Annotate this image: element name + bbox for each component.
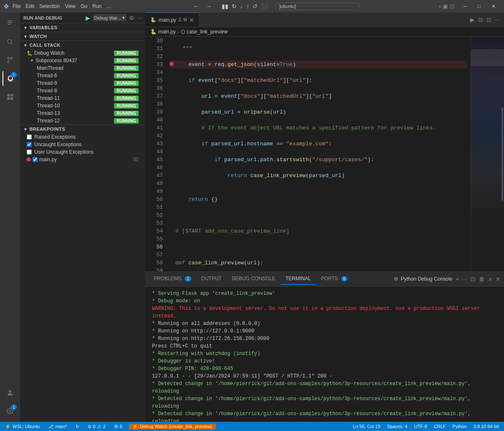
debug-step-into-icon[interactable]: ↓	[240, 3, 243, 10]
call-stack-item-debug-watch[interactable]: 🐛 Debug Watch RUNNING	[20, 49, 145, 57]
code-content[interactable]: """ event = req.get_json(silent=True) if…	[166, 37, 471, 271]
nav-back-button[interactable]: ←	[191, 2, 202, 10]
activity-settings[interactable]: 1	[3, 403, 18, 418]
terminal-label: TERMINAL	[286, 276, 311, 281]
panel-tab-output[interactable]: OUTPUT	[196, 273, 227, 285]
raised-exceptions-checkbox[interactable]	[27, 134, 32, 139]
breadcrumb-file[interactable]: main.py	[158, 29, 176, 35]
titlebar-url-input[interactable]	[276, 3, 359, 10]
nav-forward-button[interactable]: →	[203, 2, 214, 10]
ln-59: 59	[149, 267, 163, 271]
status-wsl[interactable]: ⚡ WSL: Ubuntu	[3, 424, 41, 429]
close-button[interactable]: ✕	[486, 2, 501, 11]
breadcrumb-symbol[interactable]: case_link_preview	[187, 29, 228, 35]
debug-restart-icon[interactable]: ↺	[253, 3, 258, 10]
split-editor-button[interactable]: ⊟	[477, 15, 484, 24]
menu-go[interactable]: Go	[81, 3, 87, 9]
call-stack-section: ▼ CALL STACK 🐛 Debug Watch RUNNING ▼ Sub…	[20, 41, 145, 124]
call-stack-item-mainthread[interactable]: MainThread RUNNING	[20, 64, 145, 72]
activity-explorer[interactable]	[3, 16, 18, 31]
main-py-count: 31	[133, 157, 139, 162]
call-stack-item-thread12[interactable]: Thread-12 RUNNING	[20, 117, 145, 124]
activity-source-control[interactable]	[3, 53, 18, 68]
variables-section-header[interactable]: ▼ VARIABLES	[20, 23, 145, 32]
svg-point-3	[8, 39, 12, 43]
status-sync[interactable]: ↻	[74, 424, 81, 429]
layout-icon-1[interactable]: ▪	[439, 3, 441, 10]
layout-icon-3[interactable]: ⊡	[450, 3, 455, 10]
run-split-button[interactable]: ▶	[469, 15, 476, 24]
tab-close-icon[interactable]: ✕	[189, 17, 194, 23]
debug-stop-icon[interactable]: ⬛	[261, 3, 268, 10]
main-py-checkbox[interactable]	[33, 157, 38, 162]
toggle-panel-button[interactable]: ⊡	[486, 15, 492, 24]
status-spaces[interactable]: Spaces: 4	[385, 424, 409, 429]
status-encoding[interactable]: UTF-8	[413, 424, 429, 429]
panel-trash-icon[interactable]: 🗑	[479, 276, 485, 282]
maximize-button[interactable]: □	[473, 2, 486, 11]
run-debug-label: RUN AND DEBUG	[23, 15, 83, 20]
activity-account[interactable]	[3, 385, 18, 400]
debug-config-select[interactable]: Debug Wat... ▾	[93, 14, 127, 21]
call-stack-section-header[interactable]: ▼ CALL STACK	[20, 41, 145, 49]
python-debug-console[interactable]: ⚙ Python Debug Console	[394, 276, 452, 282]
status-eol[interactable]: CRLF	[432, 424, 448, 429]
panel-tab-ports[interactable]: PORTS 6	[316, 273, 352, 285]
minimap-scrollbar[interactable]	[501, 107, 503, 201]
branch-icon: ⎇	[48, 424, 53, 429]
status-debug[interactable]: ⚡ Debug Watch (create_link_preview)	[129, 424, 216, 429]
editor-tab-main-py[interactable]: 🐍 main.py 2, M ✕	[145, 13, 200, 27]
call-stack-chevron-icon: ▼	[23, 43, 28, 48]
panel-tab-terminal[interactable]: TERMINAL	[281, 273, 316, 285]
status-errors[interactable]: ⊘ 0 ⚠ 2	[86, 424, 107, 429]
python-debug-label: Python Debug Console	[401, 276, 452, 282]
term-line-10: * Debugger PIN: 428-098-645	[152, 365, 497, 373]
panel-layout-icon[interactable]: ⊡	[471, 276, 476, 282]
activity-search[interactable]	[3, 34, 18, 49]
call-stack-item-thread11[interactable]: Thread-11 RUNNING	[20, 94, 145, 102]
panel-collapse-icon[interactable]: ∧	[488, 276, 492, 282]
call-stack-item-thread9[interactable]: Thread-9 RUNNING	[20, 79, 145, 87]
layout-icon-2[interactable]: ▣	[443, 3, 448, 10]
ln-41: 41	[149, 124, 163, 132]
panel-more-icon[interactable]: ···	[462, 276, 467, 282]
uncaught-exceptions-checkbox[interactable]	[27, 142, 32, 147]
activity-extensions[interactable]	[3, 89, 18, 104]
status-language[interactable]: Python	[451, 424, 469, 429]
menu-view[interactable]: View	[65, 3, 76, 9]
debug-more-icon[interactable]: ···	[137, 15, 142, 21]
debug-play-icon[interactable]: ▶	[86, 15, 90, 21]
panel-add-icon[interactable]: +	[456, 276, 459, 282]
debug-settings-icon[interactable]: ⚙	[129, 15, 134, 21]
status-branch[interactable]: ⎇ main*	[46, 424, 68, 429]
status-python-version[interactable]: 3.8.10 64-bit	[472, 424, 501, 429]
menu-selection[interactable]: Selection	[39, 3, 60, 9]
watch-section-header[interactable]: ▼ WATCH	[20, 32, 145, 41]
minimize-button[interactable]: ─	[458, 2, 472, 11]
activity-debug[interactable]: 1	[3, 71, 18, 86]
sidebar: RUN AND DEBUG ▶ Debug Wat... ▾ ⚙ ··· ▼ V…	[20, 13, 145, 422]
status-position[interactable]: Ln 56, Col 19	[351, 424, 382, 429]
breakpoints-section-header[interactable]: ▼ BREAKPOINTS	[20, 125, 145, 133]
status-ports[interactable]: ⚙ 6	[112, 424, 124, 429]
call-stack-item-subprocess[interactable]: ▼ Subprocess 80437 RUNNING	[20, 57, 145, 64]
debug-pause-icon[interactable]: ▮▮	[222, 3, 228, 10]
debug-step-over-icon[interactable]: ↻	[232, 3, 237, 10]
call-stack-item-thread10[interactable]: Thread-10 RUNNING	[20, 102, 145, 109]
menu-more[interactable]: ...	[106, 3, 111, 9]
user-uncaught-exceptions-checkbox[interactable]	[27, 150, 32, 155]
call-stack-item-thread8[interactable]: Thread-8 RUNNING	[20, 87, 145, 94]
panel-tab-debug-console[interactable]: DEBUG CONSOLE	[227, 273, 281, 285]
term-line-9: * Debugger is active!	[152, 357, 497, 365]
call-stack-item-thread13[interactable]: Thread-13 RUNNING	[20, 109, 145, 117]
panel-tab-problems[interactable]: PROBLEMS 2	[149, 273, 196, 285]
panel-close-icon[interactable]: ✕	[496, 276, 501, 282]
terminal-content[interactable]: * Serving Flask app 'create_link_preview…	[145, 286, 504, 422]
debug-step-out-icon[interactable]: ↑	[246, 3, 249, 10]
call-stack-item-thread6[interactable]: Thread-6 RUNNING	[20, 72, 145, 79]
thread9-status: RUNNING	[114, 81, 139, 86]
more-actions-button[interactable]: ···	[494, 15, 501, 24]
menu-edit[interactable]: Edit	[25, 3, 34, 9]
menu-file[interactable]: File	[13, 3, 20, 9]
menu-run[interactable]: Run	[92, 3, 101, 9]
